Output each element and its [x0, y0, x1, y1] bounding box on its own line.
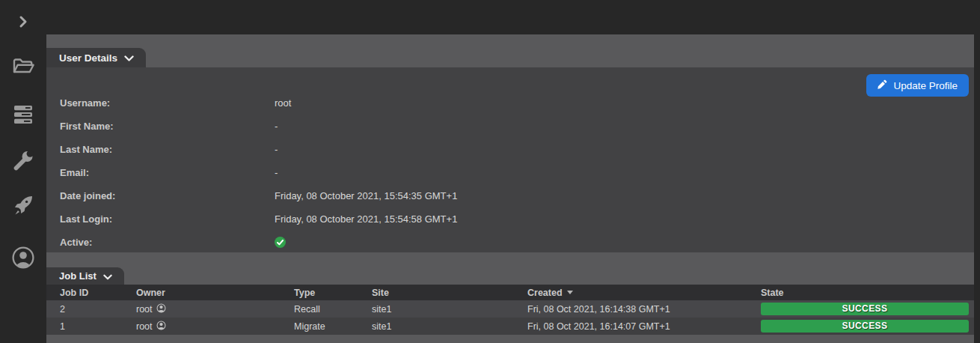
job-table-header: Job ID Owner Type Site Created State	[46, 285, 974, 300]
table-row[interactable]: 2 root Recall site1 Fri, 08 Oct 2021, 16…	[46, 300, 974, 318]
created-cell: Fri, 08 Oct 2021, 16:14:38 GMT+1	[527, 304, 761, 315]
sort-desc-icon	[567, 291, 573, 294]
user-details-tab[interactable]: User Details	[46, 48, 146, 67]
user-circle-icon	[156, 321, 166, 333]
column-header-site[interactable]: Site	[372, 288, 527, 298]
state-cell: SUCCESS	[761, 320, 974, 333]
status-badge: SUCCESS	[761, 303, 969, 315]
server-icon	[12, 103, 34, 126]
owner-name: root	[136, 321, 153, 332]
created-cell: Fri, 08 Oct 2021, 16:14:07 GMT+1	[527, 321, 761, 332]
chevron-down-icon	[124, 52, 134, 64]
job-list-panel-bottom	[46, 335, 974, 343]
column-header-state[interactable]: State	[761, 288, 974, 298]
sidebar-item-jobs[interactable]	[11, 193, 35, 217]
site-cell: site1	[372, 304, 527, 315]
field-value: -	[275, 121, 278, 132]
field-active: Active:	[46, 231, 974, 254]
job-id-cell: 2	[46, 304, 136, 315]
field-value: root	[275, 97, 291, 109]
field-email: Email: -	[46, 161, 974, 184]
user-circle-icon	[156, 303, 166, 315]
wrench-icon	[12, 150, 34, 172]
field-value: Friday, 08 October 2021, 15:54:58 GMT+1	[275, 213, 457, 225]
folder-open-icon	[11, 55, 35, 76]
field-value: -	[275, 144, 278, 155]
field-last-login: Last Login: Friday, 08 October 2021, 15:…	[46, 207, 974, 231]
sidebar-item-settings[interactable]	[11, 149, 35, 173]
user-circle-icon	[11, 246, 35, 270]
owner-cell: root	[136, 303, 294, 315]
user-details-title: User Details	[59, 52, 117, 64]
sidebar-nav	[0, 0, 46, 343]
field-label: Username:	[46, 97, 275, 109]
owner-name: root	[136, 304, 153, 315]
field-date-joined: Date joined: Friday, 08 October 2021, 15…	[46, 184, 974, 207]
job-list-tab[interactable]: Job List	[46, 267, 124, 285]
update-profile-button[interactable]: Update Profile	[866, 74, 969, 97]
field-last-name: Last Name: -	[46, 138, 974, 161]
sidebar-item-servers[interactable]	[11, 103, 35, 127]
type-cell: Recall	[294, 304, 372, 315]
panel-gap	[46, 252, 974, 267]
main-content: User Details Update Profile Username: ro…	[46, 34, 974, 343]
update-profile-label: Update Profile	[893, 80, 958, 91]
field-label: First Name:	[46, 121, 275, 132]
field-value: Friday, 08 October 2021, 15:54:35 GMT+1	[275, 190, 457, 201]
site-cell: site1	[372, 321, 527, 332]
user-details-fields: Username: root First Name: - Last Name: …	[46, 67, 974, 254]
job-list-tab-row: Job List	[46, 267, 974, 285]
column-header-created[interactable]: Created	[527, 288, 761, 298]
field-label: Active:	[46, 237, 275, 248]
table-row[interactable]: 1 root Migrate site1 Fri, 08 Oct 2021, 1…	[46, 318, 974, 335]
job-list-title: Job List	[59, 270, 97, 282]
owner-cell: root	[136, 321, 294, 333]
user-details-body: Update Profile Username: root First Name…	[46, 67, 974, 252]
state-cell: SUCCESS	[761, 303, 974, 315]
column-header-owner[interactable]: Owner	[136, 288, 294, 298]
column-header-job-id[interactable]: Job ID	[46, 288, 136, 298]
pencil-icon	[878, 79, 887, 91]
type-cell: Migrate	[294, 321, 372, 332]
sidebar-item-files[interactable]	[11, 54, 35, 78]
user-details-panel-top	[46, 34, 974, 48]
chevron-right-icon	[16, 15, 30, 28]
field-label: Date joined:	[46, 190, 275, 201]
field-first-name: First Name: -	[46, 115, 974, 138]
chevron-down-icon	[103, 271, 112, 282]
job-id-cell: 1	[46, 321, 136, 332]
field-username: Username: root	[46, 91, 974, 115]
top-bar	[0, 0, 980, 34]
column-header-created-label: Created	[527, 288, 563, 298]
field-label: Last Name:	[46, 144, 275, 155]
field-label: Last Login:	[46, 213, 275, 225]
check-circle-icon	[275, 237, 286, 248]
user-details-tab-row: User Details	[46, 48, 974, 67]
field-label: Email:	[46, 167, 275, 178]
field-value: -	[275, 167, 278, 178]
sidebar-expand-button[interactable]	[11, 10, 35, 34]
rocket-icon	[12, 194, 34, 216]
sidebar-item-profile[interactable]	[11, 246, 35, 270]
column-header-type[interactable]: Type	[294, 288, 372, 298]
status-badge: SUCCESS	[761, 320, 969, 333]
